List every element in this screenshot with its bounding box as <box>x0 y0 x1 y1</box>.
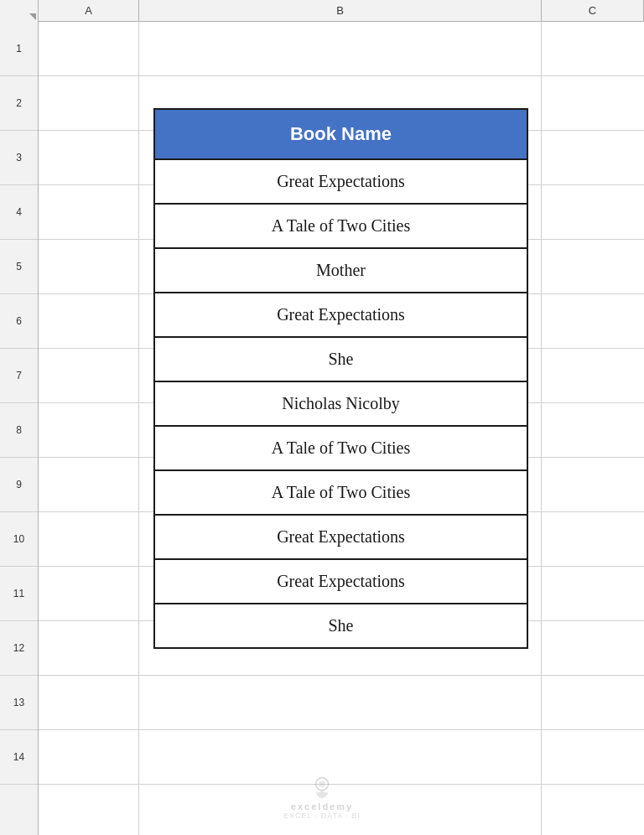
cell-a6[interactable] <box>39 294 138 349</box>
row-numbers: 1 2 3 4 5 6 7 8 9 10 11 12 13 14 <box>0 22 39 835</box>
watermark-tagline: EXCEL · DATA · BI <box>283 812 361 820</box>
cell-c5[interactable] <box>542 240 644 294</box>
row-num-5[interactable]: 5 <box>0 240 38 294</box>
column-c-cells <box>542 22 644 835</box>
watermark: exceldemy EXCEL · DATA · BI <box>283 775 361 820</box>
watermark-name: exceldemy <box>291 801 353 812</box>
cell-c8[interactable] <box>542 403 644 458</box>
cell-a5[interactable] <box>39 240 138 294</box>
col-header-c[interactable]: C <box>542 0 644 21</box>
cell-a8[interactable] <box>39 403 138 458</box>
table-row[interactable]: Great Expectations <box>154 293 527 337</box>
cell-c13[interactable] <box>542 676 644 730</box>
row-num-11[interactable]: 11 <box>0 567 38 621</box>
table-row[interactable]: Nicholas Nicolby <box>154 381 527 426</box>
col-header-b[interactable]: B <box>139 0 542 21</box>
cell-c1[interactable] <box>542 22 644 76</box>
grid-body: 1 2 3 4 5 6 7 8 9 10 11 12 13 14 <box>0 22 644 835</box>
cell-c7[interactable] <box>542 349 644 403</box>
exceldemy-logo <box>309 775 335 800</box>
cell-a13[interactable] <box>39 676 138 730</box>
row-num-8[interactable]: 8 <box>0 403 38 458</box>
cell-a7[interactable] <box>39 349 138 403</box>
table-row[interactable]: Mother <box>154 248 527 293</box>
cell-c14[interactable] <box>542 730 644 785</box>
row-num-9[interactable]: 9 <box>0 458 38 512</box>
cell-c2[interactable] <box>542 76 644 131</box>
book-table-container: Book Name Great ExpectationsA Tale of Tw… <box>153 108 528 649</box>
row-num-4[interactable]: 4 <box>0 185 38 240</box>
cell-c3[interactable] <box>542 131 644 185</box>
row-num-13[interactable]: 13 <box>0 676 38 730</box>
table-row[interactable]: A Tale of Two Cities <box>154 426 527 470</box>
table-row[interactable]: Great Expectations <box>154 559 527 604</box>
table-header: Book Name <box>154 109 527 159</box>
row-num-7[interactable]: 7 <box>0 349 38 403</box>
cell-a9[interactable] <box>39 458 138 512</box>
row-num-3[interactable]: 3 <box>0 131 38 185</box>
cell-a4[interactable] <box>39 185 138 240</box>
table-row[interactable]: A Tale of Two Cities <box>154 204 527 248</box>
cell-c6[interactable] <box>542 294 644 349</box>
cell-a14[interactable] <box>39 730 138 785</box>
cell-c10[interactable] <box>542 512 644 567</box>
cell-c9[interactable] <box>542 458 644 512</box>
col-header-a[interactable]: A <box>39 0 139 21</box>
table-row[interactable]: A Tale of Two Cities <box>154 470 527 515</box>
cell-a11[interactable] <box>39 567 138 621</box>
cell-c11[interactable] <box>542 567 644 621</box>
cell-a12[interactable] <box>39 621 138 676</box>
cell-c4[interactable] <box>542 185 644 240</box>
table-row[interactable]: Great Expectations <box>154 159 527 204</box>
cell-a3[interactable] <box>39 131 138 185</box>
row-num-12[interactable]: 12 <box>0 621 38 676</box>
column-headers: A B C <box>0 0 644 22</box>
row-num-1[interactable]: 1 <box>0 22 38 76</box>
table-row[interactable]: She <box>154 604 527 648</box>
row-num-10[interactable]: 10 <box>0 512 38 567</box>
row-num-2[interactable]: 2 <box>0 76 38 131</box>
cell-b1[interactable] <box>139 22 541 76</box>
row-num-6[interactable]: 6 <box>0 294 38 349</box>
table-row[interactable]: She <box>154 337 527 381</box>
corner-cell <box>0 0 39 22</box>
cell-a1[interactable] <box>39 22 138 76</box>
spreadsheet: A B C 1 2 3 4 5 6 7 8 9 10 11 12 13 14 <box>0 0 644 835</box>
row-num-14[interactable]: 14 <box>0 730 38 785</box>
cell-c12[interactable] <box>542 621 644 676</box>
cell-a10[interactable] <box>39 512 138 567</box>
column-a-cells <box>39 22 139 835</box>
cell-b13[interactable] <box>139 676 541 730</box>
cell-a2[interactable] <box>39 76 138 131</box>
svg-point-1 <box>319 781 325 788</box>
table-row[interactable]: Great Expectations <box>154 515 527 559</box>
